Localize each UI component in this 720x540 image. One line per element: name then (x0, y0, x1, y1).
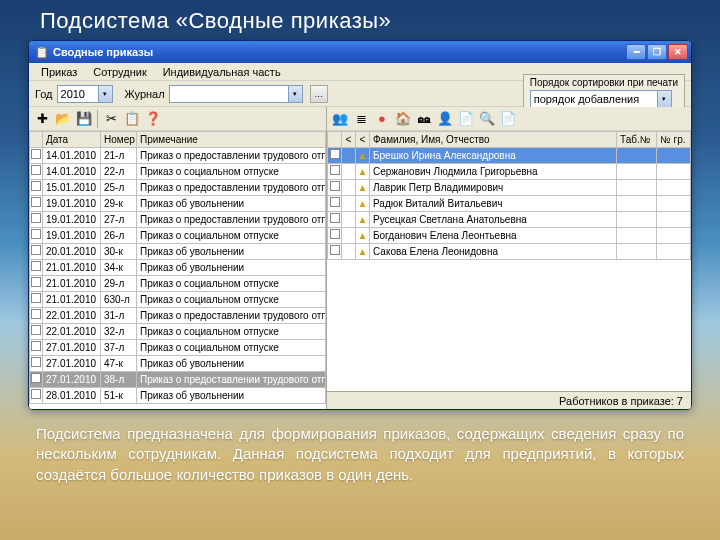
open-icon[interactable]: 📂 (53, 109, 73, 129)
table-row[interactable]: ▲Русецкая Светлана Анатольевна (328, 212, 691, 228)
filter-bar: Год ▾ Журнал ▾ … Порядок сортировки при … (29, 81, 691, 107)
table-row[interactable]: 21.01.201029-лПриказ о социальном отпуск… (30, 276, 326, 292)
table-row[interactable]: 14.01.201022-лПриказ о социальном отпуск… (30, 164, 326, 180)
employees-toolbar: 👥 ≣ ● 🏠 🏘 👤 📄 🔍 📄 (327, 107, 691, 131)
red-dot-icon[interactable]: ● (372, 109, 392, 129)
sort-caption: Порядок сортировки при печати (530, 77, 678, 88)
table-row[interactable]: 21.01.201034-кПриказ об увольнении (30, 260, 326, 276)
table-row[interactable]: ▲Лаврик Петр Владимирович (328, 180, 691, 196)
menu-employee[interactable]: Сотрудник (85, 64, 154, 80)
table-row[interactable]: 22.01.201032-лПриказ о социальном отпуск… (30, 324, 326, 340)
journal-label: Журнал (125, 88, 165, 100)
journal-dropdown-icon[interactable]: ▾ (289, 85, 303, 103)
orders-toolbar: ✚ 📂 💾 ✂ 📋 ❓ (29, 107, 326, 131)
new-icon[interactable]: ✚ (32, 109, 52, 129)
table-row[interactable]: 15.01.201025-лПриказ о предоставлении тр… (30, 180, 326, 196)
house-icon[interactable]: 🏠 (393, 109, 413, 129)
houses-icon[interactable]: 🏘 (414, 109, 434, 129)
maximize-button[interactable]: ❐ (647, 44, 667, 60)
table-row[interactable]: ▲Сакова Елена Леонидовна (328, 244, 691, 260)
list-icon[interactable]: ≣ (351, 109, 371, 129)
col-fio[interactable]: Фамилия, Имя, Отчество (370, 132, 617, 148)
app-window: 📋 Сводные приказы ━ ❐ ✕ Приказ Сотрудник… (28, 40, 692, 410)
app-icon: 📋 (35, 45, 49, 59)
doc2-icon[interactable]: 📄 (498, 109, 518, 129)
table-row[interactable]: ▲Сержанович Людмила Григорьевна (328, 164, 691, 180)
table-row[interactable]: 21.01.2010630-лПриказ о социальном отпус… (30, 292, 326, 308)
table-row[interactable]: ▲Богданович Елена Леонтьевна (328, 228, 691, 244)
table-row[interactable]: 19.01.201029-кПриказ об увольнении (30, 196, 326, 212)
table-row[interactable]: 28.01.201051-кПриказ об увольнении (30, 388, 326, 404)
col-num[interactable]: Номер (101, 132, 137, 148)
search-icon[interactable]: 🔍 (477, 109, 497, 129)
year-dropdown-icon[interactable]: ▾ (99, 85, 113, 103)
sort-dropdown-icon[interactable]: ▾ (658, 90, 672, 108)
slide-description: Подсистема предназначена для формировани… (36, 424, 684, 485)
year-label: Год (35, 88, 53, 100)
table-row[interactable]: 22.01.201031-лПриказ о предоставлении тр… (30, 308, 326, 324)
status-count: Работников в приказе: 7 (559, 395, 683, 407)
table-row[interactable]: ▲Радюк Виталий Витальевич (328, 196, 691, 212)
copy-icon[interactable]: 📋 (122, 109, 142, 129)
table-row[interactable]: 27.01.201037-лПриказ о социальном отпуск… (30, 340, 326, 356)
col-date[interactable]: Дата (43, 132, 101, 148)
journal-input[interactable] (169, 85, 289, 103)
slide-title: Подсистема «Сводные приказы» (40, 8, 692, 34)
table-row[interactable]: 27.01.201047-кПриказ об увольнении (30, 356, 326, 372)
minimize-button[interactable]: ━ (626, 44, 646, 60)
window-title: Сводные приказы (53, 46, 626, 58)
menu-order[interactable]: Приказ (33, 64, 85, 80)
help-icon[interactable]: ❓ (143, 109, 163, 129)
col-flag2[interactable]: < (356, 132, 370, 148)
table-row[interactable]: 14.01.201021-лПриказ о предоставлении тр… (30, 148, 326, 164)
table-row[interactable]: 27.01.201038-лПриказ о предоставлении тр… (30, 372, 326, 388)
status-bar: Работников в приказе: 7 (327, 391, 691, 409)
menu-indiv[interactable]: Индивидуальная часть (155, 64, 289, 80)
person-icon[interactable]: 👤 (435, 109, 455, 129)
journal-browse-button[interactable]: … (310, 85, 328, 103)
col-check-r[interactable] (328, 132, 342, 148)
cut-icon[interactable]: ✂ (101, 109, 121, 129)
group-icon[interactable]: 👥 (330, 109, 350, 129)
table-row[interactable]: 20.01.201030-кПриказ об увольнении (30, 244, 326, 260)
orders-grid[interactable]: Дата Номер Примечание 14.01.201021-лПрик… (29, 131, 326, 409)
col-grp[interactable]: № гр. (657, 132, 691, 148)
year-input[interactable] (57, 85, 99, 103)
table-row[interactable]: 19.01.201027-лПриказ о предоставлении тр… (30, 212, 326, 228)
col-flag1[interactable]: < (342, 132, 356, 148)
col-note[interactable]: Примечание (137, 132, 326, 148)
sort-input[interactable] (530, 90, 658, 108)
table-row[interactable]: 19.01.201026-лПриказ о социальном отпуск… (30, 228, 326, 244)
col-tab[interactable]: Таб.№ (617, 132, 657, 148)
orders-pane: ✚ 📂 💾 ✂ 📋 ❓ Дата Номер П (29, 107, 327, 409)
table-row[interactable]: ▲Брешко Ирина Александровна (328, 148, 691, 164)
col-check[interactable] (30, 132, 43, 148)
save-icon[interactable]: 💾 (74, 109, 94, 129)
close-button[interactable]: ✕ (668, 44, 688, 60)
employees-grid[interactable]: < < Фамилия, Имя, Отчество Таб.№ № гр. ▲… (327, 131, 691, 391)
doc-icon[interactable]: 📄 (456, 109, 476, 129)
employees-pane: 👥 ≣ ● 🏠 🏘 👤 📄 🔍 📄 < (327, 107, 691, 409)
titlebar[interactable]: 📋 Сводные приказы ━ ❐ ✕ (29, 41, 691, 63)
